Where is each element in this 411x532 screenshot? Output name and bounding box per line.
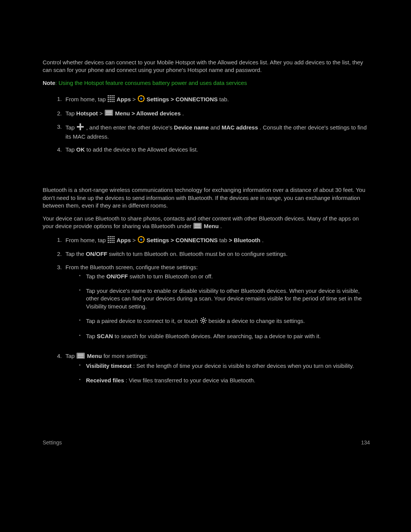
allowed-steps: From home, tap Apps > Settings > CONNECT… <box>43 95 371 159</box>
svg-rect-50 <box>112 242 113 243</box>
bt-steps: From home, tap Apps > Settings > CONNECT… <box>43 236 371 396</box>
svg-rect-51 <box>113 242 115 243</box>
svg-rect-74 <box>78 357 84 358</box>
svg-rect-47 <box>113 240 115 241</box>
svg-rect-45 <box>110 240 111 241</box>
page-footer: Settings 134 <box>43 439 370 446</box>
footer-section: Settings <box>43 439 62 446</box>
svg-rect-44 <box>108 240 109 241</box>
svg-rect-42 <box>112 238 113 239</box>
svg-line-25 <box>143 96 143 97</box>
bt-settings-list: Tap the ON/OFF switch to turn Bluetooth … <box>65 273 371 347</box>
bt-menu-list: Visibility timeout : Set the length of t… <box>65 362 371 391</box>
svg-line-61 <box>143 237 143 238</box>
svg-rect-46 <box>112 240 113 241</box>
apps-icon <box>108 236 115 245</box>
svg-rect-11 <box>113 99 115 100</box>
svg-line-60 <box>139 241 139 242</box>
page-number: 134 <box>361 439 370 446</box>
svg-rect-8 <box>108 99 109 100</box>
svg-line-24 <box>139 101 139 101</box>
svg-rect-40 <box>108 238 109 239</box>
svg-rect-28 <box>106 112 112 113</box>
svg-rect-72 <box>78 354 84 355</box>
note-label: Note <box>43 80 55 86</box>
bt-step-4: Tap Menu for more settings: Visibility t… <box>57 352 371 396</box>
bt-bullet-visibility: Tap your device's name to enable or disa… <box>79 287 371 317</box>
svg-line-70 <box>205 318 206 319</box>
svg-rect-9 <box>110 99 111 100</box>
svg-rect-29 <box>106 114 112 115</box>
svg-point-17 <box>140 98 142 100</box>
svg-line-69 <box>201 322 202 323</box>
gear-icon <box>200 317 207 326</box>
manual-page: Allowed Devices Control whether devices … <box>0 0 411 532</box>
svg-rect-10 <box>112 99 113 100</box>
svg-rect-13 <box>110 101 111 102</box>
svg-rect-33 <box>194 224 201 225</box>
svg-rect-39 <box>113 236 115 237</box>
svg-rect-27 <box>106 111 112 112</box>
svg-rect-12 <box>108 101 109 102</box>
svg-point-53 <box>140 238 142 240</box>
svg-rect-34 <box>194 225 201 226</box>
svg-rect-3 <box>113 95 115 96</box>
plus-icon <box>76 123 84 133</box>
svg-line-67 <box>201 318 202 319</box>
settings-gear-icon <box>138 95 145 104</box>
allowed-step-1: From home, tap Apps > Settings > CONNECT… <box>57 95 371 109</box>
svg-rect-4 <box>108 97 109 98</box>
bt-step-3: From the Bluetooth screen, configure the… <box>57 264 371 353</box>
note-line: Note: Using the Hotspot feature consumes… <box>43 79 371 87</box>
svg-rect-37 <box>110 236 111 237</box>
svg-rect-38 <box>112 236 113 237</box>
heading-allowed: Allowed Devices <box>43 42 371 52</box>
svg-line-22 <box>139 96 139 97</box>
intro-paragraph: Control whether devices can connect to y… <box>43 59 371 74</box>
svg-rect-5 <box>110 97 111 98</box>
bt-bullet-onoff: Tap the ON/OFF switch to turn Bluetooth … <box>79 273 371 287</box>
bt-bullet-vistimeout: Visibility timeout : Set the length of t… <box>79 362 371 377</box>
svg-rect-31 <box>77 126 84 128</box>
svg-rect-15 <box>113 101 115 102</box>
heading-bluetooth: Bluetooth Settings <box>43 169 371 180</box>
bt-share-paragraph: Your device can use Bluetooth to share p… <box>43 215 371 231</box>
svg-line-68 <box>205 322 206 323</box>
svg-rect-43 <box>113 238 115 239</box>
svg-rect-1 <box>110 95 111 96</box>
svg-rect-7 <box>113 97 115 98</box>
bt-intro: Bluetooth is a short-range wireless comm… <box>43 186 371 209</box>
menu-icon <box>105 110 113 118</box>
svg-line-58 <box>139 237 139 238</box>
bt-step-1: From home, tap Apps > Settings > CONNECT… <box>57 236 371 250</box>
svg-rect-35 <box>194 227 201 228</box>
bt-bullet-received: Received files : View files transferred … <box>79 377 371 391</box>
svg-point-62 <box>202 319 204 321</box>
apps-icon <box>108 95 115 104</box>
svg-rect-2 <box>112 95 113 96</box>
allowed-step-3: Tap , and then enter the other device's … <box>57 123 371 146</box>
bt-bullet-scan: Tap SCAN to search for visible Bluetooth… <box>79 332 371 347</box>
svg-line-23 <box>143 101 143 101</box>
menu-icon <box>76 353 85 361</box>
svg-rect-73 <box>78 355 84 356</box>
note-body: : Using the Hotspot feature consumes bat… <box>55 80 247 86</box>
svg-rect-48 <box>108 242 109 243</box>
svg-rect-36 <box>108 236 109 237</box>
svg-rect-14 <box>112 101 113 102</box>
svg-rect-49 <box>110 242 111 243</box>
menu-icon <box>193 223 202 231</box>
svg-line-59 <box>143 241 143 242</box>
svg-rect-6 <box>112 97 113 98</box>
bt-bullet-paired: Tap a paired device to connect to it, or… <box>79 317 371 332</box>
allowed-step-2: Tap Hotspot > Menu > Allowed devices . <box>57 110 371 123</box>
svg-rect-41 <box>110 238 111 239</box>
allowed-step-4: Tap OK to add the device to the Allowed … <box>57 146 371 159</box>
settings-gear-icon <box>138 236 145 245</box>
bt-step-2: Tap the ON/OFF switch to turn Bluetooth … <box>57 250 371 263</box>
section-allowed-devices: Allowed Devices Control whether devices … <box>0 42 411 396</box>
svg-rect-0 <box>108 95 109 96</box>
